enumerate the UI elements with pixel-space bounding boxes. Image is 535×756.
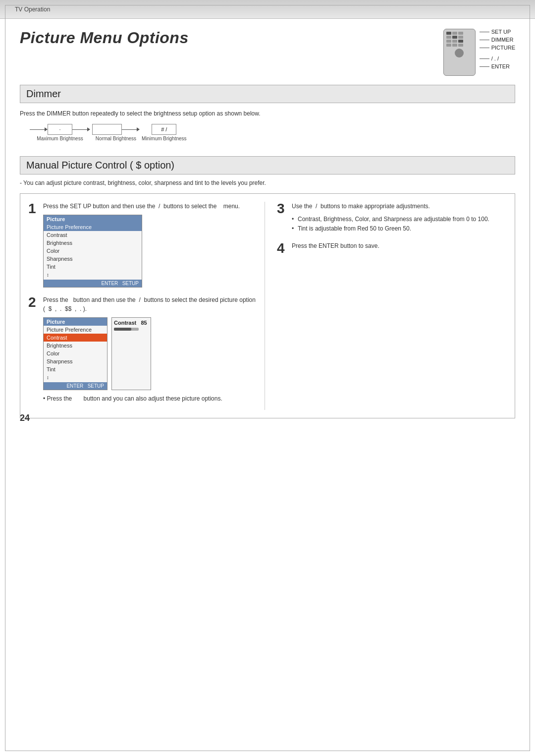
- top-bar: TV Operation: [0, 0, 535, 19]
- step-2-content: Press the button and then use the / butt…: [43, 295, 258, 402]
- step-4-text: Press the ENTER button to save.: [292, 241, 507, 250]
- brightness-flow: · Maximum Brightness Normal Brightness #…: [30, 124, 515, 141]
- manual-section-header: Manual Picture Control ( $ option): [20, 156, 515, 174]
- steps-right-column: 3 Use the / buttons to make appropriate …: [270, 202, 507, 410]
- step-4: 4 Press the ENTER button to save.: [277, 241, 507, 255]
- step-2-number: 2: [28, 295, 39, 402]
- brightness-min: # / Minimum Brightness: [142, 124, 187, 141]
- remote-label-enter: ENTER: [480, 63, 515, 69]
- step-1: 1 Press the SET UP button and then use t…: [28, 202, 258, 288]
- remote-label-dimmer: DIMMER: [480, 37, 515, 43]
- main-content: Picture Menu Options: [0, 19, 535, 438]
- remote-label-picture: PICTURE: [480, 45, 515, 51]
- bullet-2: Tint is adjustable from Red 50 to Green …: [292, 224, 507, 233]
- manual-description: - You can adjust picture contrast, brigh…: [20, 179, 515, 186]
- step-2-text: Press the button and then use the / butt…: [43, 295, 258, 313]
- title-section: Picture Menu Options: [20, 29, 515, 76]
- remote-label-setup: SET UP: [480, 29, 515, 35]
- step-3-number: 3: [277, 202, 288, 233]
- step-2: 2 Press the button and then use the / bu…: [28, 295, 258, 402]
- step-3-content: Use the / buttons to make appropriate ad…: [292, 202, 507, 233]
- step-1-menu: Picture Picture Preference Contrast Brig…: [43, 215, 142, 288]
- dimmer-section-header: Dimmer: [20, 85, 515, 103]
- step-4-number: 4: [277, 241, 288, 255]
- top-bar-label: TV Operation: [15, 6, 50, 13]
- dimmer-description: Press the DIMMER button repeatedly to se…: [20, 110, 515, 117]
- page-title: Picture Menu Options: [20, 29, 189, 47]
- brightness-normal: Normal Brightness: [92, 124, 140, 141]
- remote-diagram: SET UP DIMMER PICTURE / . / ENTER: [443, 29, 515, 76]
- step-3: 3 Use the / buttons to make appropriate …: [277, 202, 507, 233]
- step-2-menu: Picture Picture Preference Contrast Brig…: [43, 317, 258, 390]
- step-2-press-note: • Press the button and you can also adju…: [43, 395, 258, 402]
- step-1-content: Press the SET UP button and then use the…: [43, 202, 258, 288]
- step-3-bullets: Contrast, Brightness, Color, and Sharpne…: [292, 215, 507, 233]
- step-3-text: Use the / buttons to make appropriate ad…: [292, 202, 507, 211]
- steps-left-column: 1 Press the SET UP button and then use t…: [28, 202, 265, 410]
- remote-image: [443, 29, 476, 76]
- bullet-1: Contrast, Brightness, Color, and Sharpne…: [292, 215, 507, 224]
- remote-labels: SET UP DIMMER PICTURE / . / ENTER: [480, 29, 515, 69]
- steps-container: 1 Press the SET UP button and then use t…: [20, 193, 515, 418]
- step-1-number: 1: [28, 202, 39, 288]
- step-1-text: Press the SET UP button and then use the…: [43, 202, 258, 211]
- page-number: 24: [20, 413, 30, 423]
- brightness-max: · Maximum Brightness: [30, 124, 90, 141]
- step-4-content: Press the ENTER button to save.: [292, 241, 507, 255]
- remote-label-nav: / . /: [480, 56, 515, 61]
